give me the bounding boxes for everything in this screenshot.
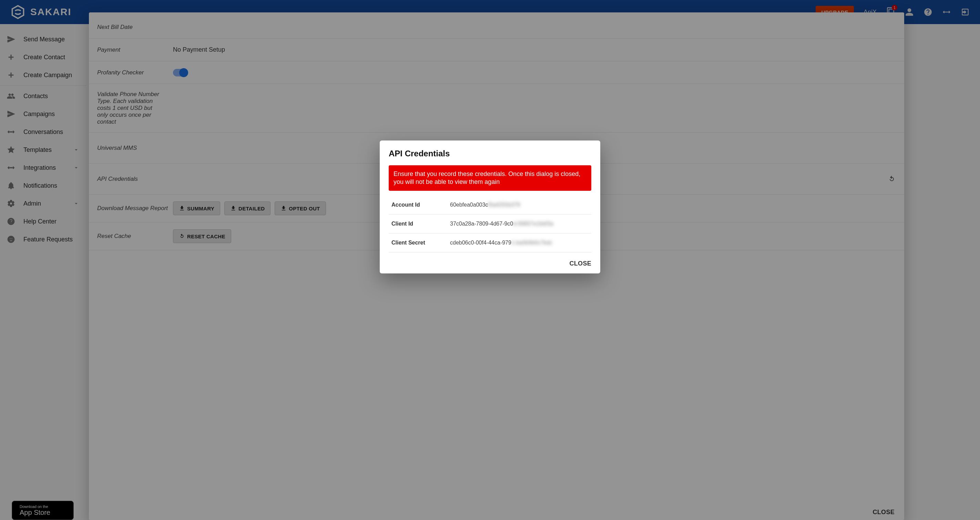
modal-warning: Ensure that you record these credentials…	[389, 165, 591, 191]
credential-value: cdeb06c0-00f4-44ca-9791-ba0b9b0c7bdc	[450, 240, 552, 246]
credential-row-account-id: Account Id60ebfea0a003cf0a4255b379	[389, 196, 591, 214]
api-credentials-modal: API Credentials Ensure that you record t…	[380, 141, 600, 274]
credential-label: Account Id	[391, 202, 450, 208]
credential-value: 37c0a28a-7809-4d67-9c0d-99857e1bbf3a	[450, 221, 554, 227]
credential-value: 60ebfea0a003cf0a4255b379	[450, 202, 520, 208]
credential-row-client-id: Client Id37c0a28a-7809-4d67-9c0d-99857e1…	[389, 214, 591, 233]
credential-label: Client Id	[391, 221, 450, 227]
credential-label: Client Secret	[391, 240, 450, 246]
modal-close-button[interactable]: CLOSE	[389, 252, 591, 267]
credential-row-client-secret: Client Secretcdeb06c0-00f4-44ca-9791-ba0…	[389, 233, 591, 252]
modal-title: API Credentials	[389, 149, 591, 159]
